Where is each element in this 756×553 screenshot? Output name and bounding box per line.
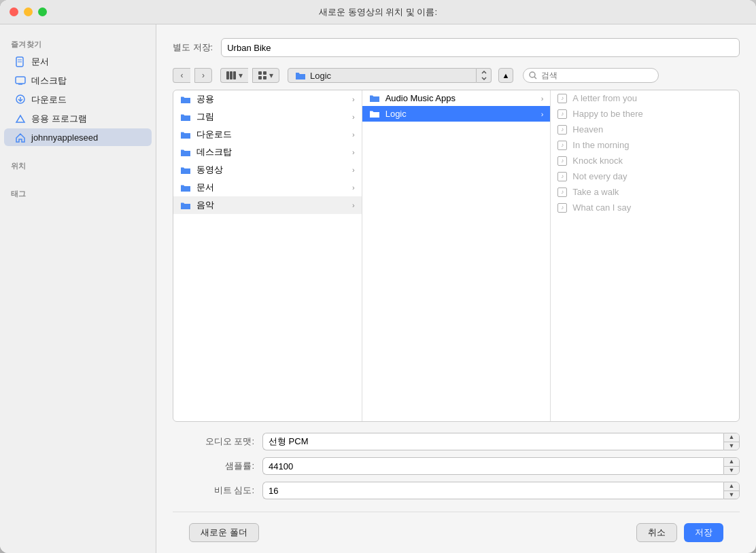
minimize-button[interactable] [24,7,33,16]
sidebar-item-user-label: johnnyappleseed [31,132,98,143]
settings-section: 오디오 포맷: ▲ ▼ 샘플률: ▲ [173,422,740,512]
file-name: Happy to be there [572,109,732,119]
forward-button[interactable]: › [194,68,212,83]
search-icon [529,71,537,79]
view-grid-button[interactable]: ▾ [252,68,279,83]
list-item: ♪ Happy to be there [551,106,739,122]
doc-file-icon: ♪ [557,125,567,135]
save-button[interactable]: 저장 [684,523,723,542]
svg-rect-3 [16,77,25,84]
doc-icon [15,56,26,67]
list-item[interactable]: 동영상 › [173,161,362,179]
search-input[interactable] [541,71,653,80]
close-button[interactable] [10,7,18,16]
doc-file-icon: ♪ [557,156,567,166]
location-label-text: Logic [310,71,331,81]
bit-depth-up[interactable]: ▲ [724,482,739,491]
sidebar-item-applications[interactable]: 응용 프로그램 [4,109,152,128]
list-item[interactable]: 음악 › [173,196,362,214]
list-item: ♪ Take a walk [551,184,739,200]
view-columns-button[interactable]: ▾ [220,68,248,83]
list-item[interactable]: Logic › [362,106,551,122]
tags-label: 태그 [0,185,156,202]
bottom-right-buttons: 취소 저장 [636,523,723,542]
sidebar-item-applications-label: 응용 프로그램 [31,113,87,125]
svg-rect-12 [258,76,262,79]
sidebar-item-documents-label: 문서 [31,56,49,68]
list-item: ♪ Not every day [551,168,739,184]
file-name: 음악 [196,199,347,211]
list-item[interactable]: 데스크탑 › [173,143,362,161]
file-name: What can I say [572,202,732,213]
bit-depth-down[interactable]: ▼ [724,491,739,499]
bit-depth-input[interactable] [262,482,723,499]
doc-file-icon: ♪ [557,141,567,150]
sample-rate-control: ▲ ▼ [262,457,740,475]
sidebar-item-downloads[interactable]: 다운로드 [4,90,152,109]
back-button[interactable]: ‹ [173,68,190,83]
list-item[interactable]: 공용 › [173,90,362,108]
file-name: 동영상 [196,164,347,176]
svg-point-14 [530,72,535,77]
file-name: Knock knock [572,156,732,166]
desktop-icon [15,75,26,86]
audio-format-stepper: ▲ ▼ [723,433,740,450]
audio-format-row: 오디오 포맷: ▲ ▼ [173,433,740,450]
file-name: 공용 [196,93,347,105]
audio-format-control: ▲ ▼ [262,433,740,450]
maximize-button[interactable] [38,7,47,16]
sample-rate-input[interactable] [262,457,723,475]
sample-rate-up[interactable]: ▲ [724,458,739,467]
svg-rect-9 [233,71,236,79]
file-column-3: ♪ A letter from you ♪ Happy to be there … [551,90,739,421]
audio-format-label: 오디오 포맷: [173,435,254,448]
cancel-button[interactable]: 취소 [636,523,677,542]
file-name: 그림 [196,111,347,123]
location-dropdown-button[interactable] [477,68,492,83]
list-item[interactable]: 문서 › [173,179,362,196]
audio-format-down[interactable]: ▼ [724,442,739,450]
location-label: 위치 [0,157,156,174]
filename-input[interactable] [221,38,740,57]
window-title: 새로운 동영상의 위치 및 이름: [319,6,437,18]
filename-label: 별도 저장: [173,41,213,54]
window-body: 즐겨찾기 문서 데스크탑 다운로드 [0,24,756,553]
list-item[interactable]: 다운로드 › [173,126,362,143]
titlebar: 새로운 동영상의 위치 및 이름: [0,0,756,24]
view-columns-chevron: ▾ [239,71,243,80]
bit-depth-row: 비트 심도: ▲ ▼ [173,482,740,499]
new-folder-button[interactable]: 새로운 폴더 [189,523,259,542]
doc-file-icon: ♪ [557,109,567,119]
list-item: ♪ A letter from you [551,90,739,106]
sample-rate-stepper: ▲ ▼ [723,457,740,475]
sample-rate-label: 샘플률: [173,460,254,472]
file-name: Heaven [572,124,732,135]
bit-depth-stepper: ▲ ▼ [723,482,740,499]
audio-format-input[interactable] [262,433,723,450]
audio-format-up[interactable]: ▲ [724,433,739,442]
sidebar-item-desktop[interactable]: 데스크탑 [4,71,152,90]
sidebar-item-desktop-label: 데스크탑 [31,75,67,87]
main-content: 별도 저장: ‹ › ▾ ▾ [156,24,756,553]
file-column-1: 공용 › 그림 › 다운로드 › 데스크탑 [173,90,362,421]
sidebar: 즐겨찾기 문서 데스크탑 다운로드 [0,24,156,553]
list-item: ♪ In the morning [551,137,739,153]
svg-rect-11 [263,71,267,75]
bit-depth-label: 비트 심도: [173,484,254,497]
list-item[interactable]: Audio Music Apps › [362,90,551,106]
file-name: Not every day [572,171,732,181]
list-item[interactable]: 그림 › [173,108,362,126]
svg-rect-8 [230,71,233,79]
sidebar-item-downloads-label: 다운로드 [31,94,67,106]
expand-button[interactable]: ▲ [498,68,513,83]
file-name: Audio Music Apps [385,93,536,103]
doc-file-icon: ♪ [557,172,567,181]
file-name: 문서 [196,181,347,194]
sample-rate-down[interactable]: ▼ [724,467,739,475]
sidebar-item-user[interactable]: johnnyappleseed [4,128,152,146]
save-dialog-window: 새로운 동영상의 위치 및 이름: 즐겨찾기 문서 데스크탑 [0,0,756,553]
sidebar-item-documents[interactable]: 문서 [4,52,152,71]
svg-rect-13 [263,76,267,79]
location-button[interactable]: Logic [288,68,477,83]
file-name: In the morning [572,140,732,150]
